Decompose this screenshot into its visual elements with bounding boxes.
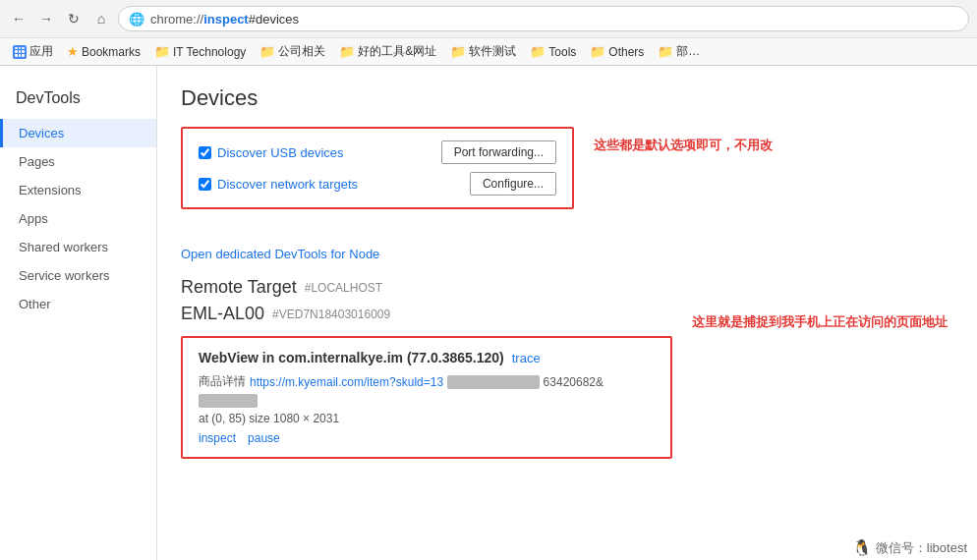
apps-bookmark[interactable]: 应用 [8, 41, 58, 62]
refresh-button[interactable]: ↻ [63, 8, 85, 29]
folder-icon-7: 📁 [658, 44, 673, 59]
webview-title-row: WebView in com.internalkye.im (77.0.3865… [199, 350, 655, 365]
sidebar: DevTools Devices Pages Extensions Apps S… [0, 66, 157, 560]
bookmarks-bar: 应用 ★ Bookmarks 📁 IT Technology 📁 公司相关 📁 … [0, 37, 977, 65]
url-text2: 63420682& [544, 375, 603, 389]
bookmark-tools-urls[interactable]: 📁 好的工具&网址 [334, 41, 441, 62]
folder-icon-4: 📁 [450, 44, 466, 59]
localhost-badge: #LOCALHOST [305, 281, 382, 295]
address-bar[interactable]: 🌐 chrome://inspect#devices [118, 6, 969, 31]
url-blur-1: ███████████ [447, 375, 540, 389]
device-name-row: EML-AL00 #VED7N18403016009 [181, 304, 672, 324]
bookmark-tools[interactable]: 📁 Tools [525, 42, 581, 61]
webview-box: WebView in com.internalkye.im (77.0.3865… [181, 336, 672, 459]
webview-size: at (0, 85) size 1080 × 2031 [199, 412, 655, 425]
discover-usb-row: Discover USB devices Port forwarding... [199, 140, 556, 164]
bookmark-label-2: 公司相关 [278, 43, 325, 60]
nav-bar: ← → ↻ ⌂ 🌐 chrome://inspect#devices [0, 0, 977, 37]
bookmarks-label: Bookmarks [82, 45, 141, 59]
bookmark-software-test[interactable]: 📁 软件测试 [445, 41, 521, 62]
device-id: #VED7N18403016009 [272, 308, 390, 321]
annotation-device: 这里就是捕捉到我手机上正在访问的页面地址 [692, 313, 948, 331]
pause-link[interactable]: pause [248, 431, 280, 445]
sidebar-item-service-workers[interactable]: Service workers [0, 261, 156, 290]
discover-network-left: Discover network targets [199, 177, 358, 192]
home-button[interactable]: ⌂ [90, 8, 112, 29]
sidebar-item-apps[interactable]: Apps [0, 204, 156, 233]
discover-network-checkbox[interactable] [199, 178, 211, 191]
sidebar-item-extensions[interactable]: Extensions [0, 176, 156, 204]
bookmark-others[interactable]: 📁 Others [585, 42, 649, 61]
folder-icon-2: 📁 [259, 44, 275, 59]
webview-actions: inspect pause [199, 431, 655, 445]
url-display: chrome://inspect#devices [150, 12, 299, 27]
discover-network-label: Discover network targets [217, 177, 358, 192]
inspect-link[interactable]: inspect [199, 431, 236, 445]
sidebar-item-devices[interactable]: Devices [0, 119, 156, 147]
remote-target-title: Remote Target [181, 277, 297, 298]
port-forwarding-button[interactable]: Port forwarding... [441, 140, 556, 164]
content-area: DevTools Devices Pages Extensions Apps S… [0, 66, 977, 560]
remote-target-section: Remote Target #LOCALHOST [181, 277, 953, 298]
annotation-options: 这些都是默认选项即可，不用改 [594, 137, 773, 154]
folder-icon-6: 📁 [590, 44, 605, 59]
folder-icon-3: 📁 [339, 44, 355, 59]
url-label: 商品详情 [199, 373, 246, 390]
bookmark-label-3: 好的工具&网址 [358, 43, 436, 60]
discover-usb-checkbox[interactable] [199, 146, 211, 159]
bookmark-it-technology[interactable]: 📁 IT Technology [149, 42, 251, 61]
discover-network-row: Discover network targets Configure... [199, 172, 556, 196]
bookmark-label-1: IT Technology [173, 45, 246, 59]
apps-label: 应用 [29, 43, 53, 60]
bookmarks-star[interactable]: ★ Bookmarks [62, 42, 145, 61]
bookmark-label-4: 软件测试 [469, 43, 516, 60]
trace-link[interactable]: trace [512, 351, 541, 365]
sidebar-item-other[interactable]: Other [0, 290, 156, 318]
star-icon: ★ [67, 44, 79, 59]
back-button[interactable]: ← [8, 8, 29, 29]
sidebar-item-pages[interactable]: Pages [0, 147, 156, 176]
folder-icon-5: 📁 [530, 44, 546, 59]
globe-icon: 🌐 [129, 12, 144, 27]
bookmark-label-6: Others [608, 45, 644, 59]
configure-button[interactable]: Configure... [470, 172, 556, 196]
webview-title: WebView in com.internalkye.im (77.0.3865… [199, 350, 504, 365]
webview-url[interactable]: https://m.kyemail.com/item?skuld=13 [250, 375, 443, 389]
url-protocol: chrome:// [150, 12, 203, 27]
bookmark-company[interactable]: 📁 公司相关 [255, 41, 330, 62]
folder-icon-1: 📁 [154, 44, 170, 59]
discover-usb-label: Discover USB devices [217, 145, 344, 160]
discover-usb-left: Discover USB devices [199, 145, 344, 160]
open-devtools-link[interactable]: Open dedicated DevTools for Node [181, 247, 379, 261]
main-panel: Devices Discover USB devices Port forwar… [157, 66, 977, 560]
wechat-icon: 🐧 [852, 538, 872, 557]
options-box: Discover USB devices Port forwarding... … [181, 127, 574, 209]
sidebar-title: DevTools [0, 82, 156, 119]
page-title: Devices [181, 85, 953, 111]
watermark-text: 微信号：libotest [876, 539, 967, 557]
watermark: 🐧 微信号：libotest [852, 538, 967, 557]
apps-grid-icon [13, 45, 27, 59]
sidebar-item-shared-workers[interactable]: Shared workers [0, 233, 156, 261]
bookmark-more[interactable]: 📁 部… [653, 41, 705, 62]
device-name: EML-AL00 [181, 304, 264, 324]
forward-button[interactable]: → [35, 8, 57, 29]
bookmark-label-7: 部… [676, 43, 700, 60]
bookmark-label-5: Tools [548, 45, 576, 59]
browser-chrome: ← → ↻ ⌂ 🌐 chrome://inspect#devices 应用 ★ … [0, 0, 977, 66]
webview-url-row: 商品详情 https://m.kyemail.com/item?skuld=13… [199, 373, 655, 408]
url-path: inspect [203, 12, 249, 27]
url-blur-2: ███████ [199, 394, 258, 408]
url-hash: #devices [249, 12, 299, 27]
